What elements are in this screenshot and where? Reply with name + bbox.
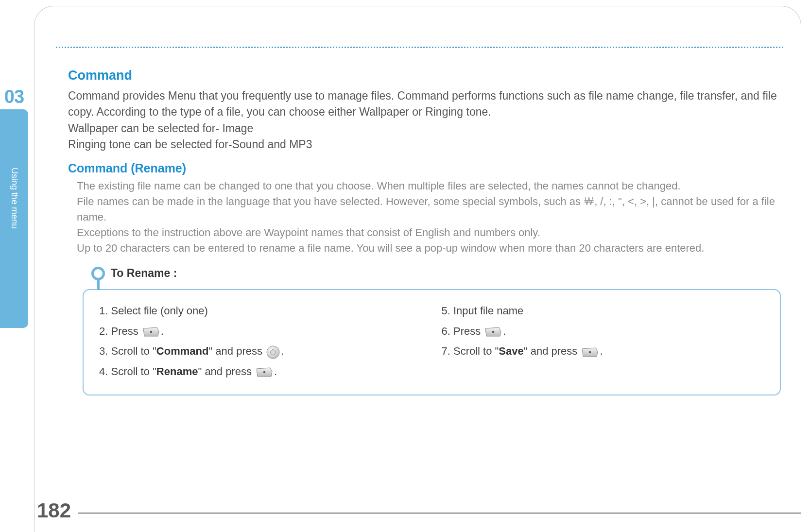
- step-7-bold: Save: [499, 345, 523, 357]
- svg-point-2: [271, 349, 276, 355]
- step-3-mid: " and press: [208, 345, 265, 357]
- subsection-p3: Exceptions to the instruction above are …: [77, 225, 781, 240]
- page-number: 182: [37, 499, 71, 522]
- ok-round-button-icon: [266, 345, 280, 359]
- step-4: 4. Scroll to "Rename" and press .: [99, 361, 422, 382]
- step-7: 7. Scroll to "Save" and press .: [442, 341, 765, 361]
- step-7-mid: " and press: [524, 345, 581, 357]
- steps-title: To Rename :: [111, 267, 177, 280]
- svg-point-5: [589, 351, 591, 353]
- softkey-button-icon: [142, 326, 160, 337]
- step-2-post: .: [161, 325, 164, 337]
- step-5: 5. Input file name: [442, 301, 765, 321]
- subsection-p4: Up to 20 characters can be entered to re…: [77, 240, 781, 256]
- subsection-title: Command (Rename): [68, 161, 781, 175]
- step-4-bold: Rename: [156, 365, 198, 378]
- step-3-bold: Command: [156, 345, 209, 357]
- page-rule: [78, 513, 801, 514]
- steps-wrap: To Rename : 1. Select file (only one) 2.…: [83, 267, 781, 395]
- step-6-pre: 6. Press: [442, 325, 484, 337]
- svg-point-0: [150, 331, 152, 333]
- subsection-p1: The existing file name can be changed to…: [77, 178, 781, 194]
- step-7-post: .: [600, 345, 603, 357]
- svg-point-4: [492, 331, 494, 333]
- steps-title-row: To Rename :: [83, 267, 781, 283]
- step-2-pre: 2. Press: [99, 325, 141, 337]
- softkey-button-icon: [256, 367, 273, 378]
- step-3-pre: 3. Scroll to ": [99, 345, 156, 357]
- chapter-tab: 03 Using the menu: [0, 86, 28, 328]
- steps-columns: 1. Select file (only one) 2. Press . 3. …: [99, 301, 764, 382]
- section-title: Command: [68, 68, 781, 83]
- step-3: 3. Scroll to "Command" and press .: [99, 341, 422, 361]
- step-3-post: .: [281, 345, 284, 357]
- softkey-button-icon: [484, 326, 502, 337]
- chapter-number: 03: [0, 86, 28, 107]
- step-2: 2. Press .: [99, 321, 422, 342]
- section-intro-2: Wallpaper can be selected for- Image: [68, 120, 781, 137]
- step-4-mid: " and press: [198, 365, 255, 378]
- chapter-label: Using the menu: [9, 168, 19, 229]
- steps-col-right: 5. Input file name 6. Press . 7. Scroll …: [442, 301, 765, 382]
- step-6: 6. Press .: [442, 321, 765, 342]
- step-4-pre: 4. Scroll to ": [99, 365, 156, 378]
- softkey-button-icon: [581, 347, 599, 358]
- dotted-divider: [56, 47, 783, 48]
- steps-box: 1. Select file (only one) 2. Press . 3. …: [83, 289, 781, 395]
- section-intro-1: Command provides Menu that you frequentl…: [68, 88, 781, 120]
- content-area: Command Command provides Menu that you f…: [68, 68, 781, 395]
- steps-col-left: 1. Select file (only one) 2. Press . 3. …: [99, 301, 422, 382]
- step-1: 1. Select file (only one): [99, 301, 422, 321]
- ring-stem: [97, 278, 100, 290]
- step-6-post: .: [503, 325, 506, 337]
- chapter-label-wrap: Using the menu: [0, 109, 28, 328]
- step-7-pre: 7. Scroll to ": [442, 345, 499, 357]
- section-intro-3: Ringing tone can be selected for-Sound a…: [68, 137, 781, 153]
- subsection-p2: File names can be made in the language t…: [77, 194, 781, 225]
- step-4-post: .: [274, 365, 277, 378]
- svg-point-3: [263, 371, 265, 373]
